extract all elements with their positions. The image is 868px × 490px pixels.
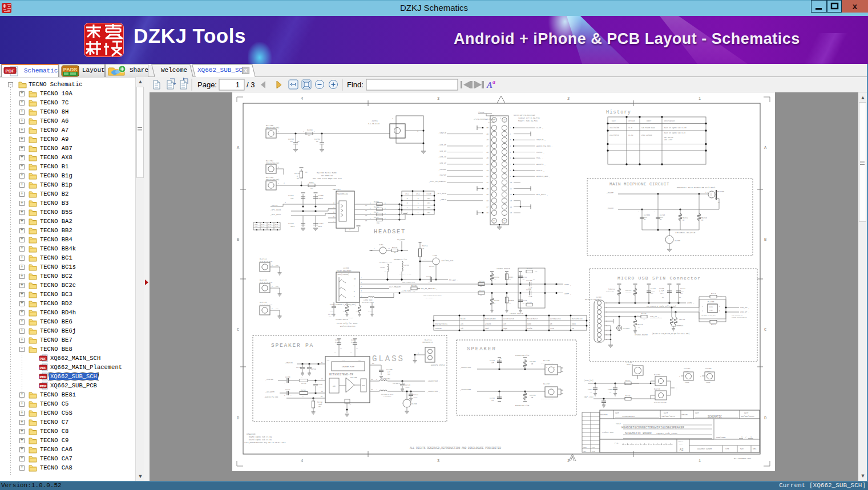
- svg-text:B: B: [764, 237, 766, 242]
- svg-text:(R1430 on USB_DP+USB_DM 3pF fo: (R1430 on USB_DP+USB_DM 3pF for USB 2.0H…: [652, 333, 690, 335]
- svg-text:3: 3: [437, 96, 439, 101]
- svg-text:Base on XQ662 SUB V1.0: Base on XQ662 SUB V1.0: [664, 132, 685, 134]
- svg-text:26: 26: [486, 151, 488, 153]
- svg-text:SEAL1.5: SEAL1.5: [627, 364, 633, 366]
- svg-text:B40B: B40B: [275, 226, 278, 228]
- svg-text:90ohm Differential: 90ohm Differential: [732, 317, 748, 318]
- svg-text:C1730&C1729: C1730&C1729: [550, 318, 561, 320]
- svg-text:GPM: GPM: [276, 265, 278, 266]
- svg-text:0R3H: 0R3H: [255, 224, 258, 225]
- svg-text:Version: Version: [628, 120, 635, 122]
- svg-text:STATE: STATE: [426, 193, 431, 195]
- svg-text:NM: NM: [683, 220, 685, 221]
- svg-text:R1705: R1705: [374, 201, 379, 203]
- svg-text:SPEAKER PA: SPEAKER PA: [271, 342, 314, 349]
- svg-text:29: 29: [486, 133, 488, 135]
- svg-text:USB_DM ,: USB_DM ,: [740, 306, 749, 309]
- svg-text:,VBAT2B: ,VBAT2B: [439, 132, 446, 134]
- svg-text:Description: Description: [664, 120, 675, 122]
- svg-text:C1717: C1717: [680, 288, 685, 290]
- svg-text:CR1704: CR1704: [494, 277, 499, 278]
- svg-text:TP1703: TP1703: [705, 367, 712, 370]
- svg-text:NM: NM: [365, 215, 368, 217]
- svg-text:CR1713: CR1713: [625, 290, 631, 291]
- svg-text:0R: 0R: [480, 295, 482, 297]
- svg-text:R1726/R1727: R1726/R1727: [527, 318, 538, 320]
- svg-text:J1701: J1701: [372, 120, 378, 122]
- svg-text:,AVLADTH: ,AVLADTH: [265, 391, 274, 393]
- svg-text:CHECKED: CHECKED: [681, 414, 688, 416]
- svg-text:22uF: 22uF: [550, 328, 554, 330]
- svg-text:x: x: [853, 1, 858, 11]
- svg-text:Page:: Page:: [197, 80, 217, 89]
- svg-text:,USB_DP: ,USB_DP: [439, 144, 446, 146]
- svg-text:NAME: NAME: [695, 412, 699, 414]
- svg-text:007: 007: [310, 188, 313, 189]
- svg-text:R1716: R1716: [625, 395, 631, 397]
- svg-text:Product Name: Product Name: [602, 431, 613, 434]
- svg-text:C1725B: C1725B: [526, 280, 532, 282]
- svg-text:BL1702: BL1702: [266, 160, 273, 162]
- svg-text:4: 4: [301, 459, 303, 463]
- svg-text:Power: MVB 3A-PIN: Power: MVB 3A-PIN: [518, 120, 538, 122]
- svg-text:/VCHG: /VCHG: [478, 111, 484, 114]
- svg-text:2AV/50A_AUD: 2AV/50A_AUD: [441, 260, 453, 262]
- svg-text:24: 24: [486, 163, 488, 165]
- svg-text:A2: A2: [321, 391, 324, 392]
- svg-text:Fm 00%:1.5 ohm: Fm 00%:1.5 ohm: [399, 273, 411, 275]
- svg-text:B10F: B10F: [261, 224, 265, 225]
- svg-text:Notes:WP2TD-5xxxVA3: Notes:WP2TD-5xxxVA3: [514, 114, 535, 116]
- svg-text:HEADSET: HEADSET: [374, 228, 406, 235]
- svg-text:C1723: C1723: [405, 384, 410, 386]
- svg-text:R1720: R1720: [527, 302, 532, 303]
- svg-text:SPEAKER: SPEAKER: [467, 346, 496, 352]
- svg-text:History: History: [606, 110, 631, 115]
- svg-text:AU_REFN: AU_REFN: [397, 238, 405, 241]
- svg-text:21: 21: [486, 181, 488, 184]
- svg-text:Signal C/T:0.3A-PIN: Signal C/T:0.3A-PIN: [518, 117, 540, 119]
- svg-text:Authentication: Authentication: [340, 325, 356, 327]
- svg-text:VDDP: VDDP: [326, 359, 330, 361]
- svg-text:A: A: [486, 80, 492, 90]
- svg-text:CR1718: CR1718: [637, 324, 643, 326]
- svg-text:R1718: R1718: [392, 247, 397, 249]
- svg-text:LESOBOS.BOAT5G: LESOBOS.BOAT5G: [635, 334, 648, 336]
- svg-text:,MICNBF: ,MICNBF: [439, 168, 446, 171]
- svg-text:Z1700: Z1700: [411, 403, 417, 405]
- svg-text:CR1705: CR1705: [530, 361, 536, 363]
- svg-text:SUB MIANG OUAN: SUB MIANG OUAN: [641, 127, 655, 129]
- svg-text:MH4B-BL(0B-E0B): MH4B-BL(0B-E0B): [266, 179, 280, 181]
- svg-text:19/05/2022: 19/05/2022: [661, 415, 676, 418]
- svg-text:C1700: C1700: [285, 376, 290, 378]
- svg-text:PWM: PWM: [362, 385, 365, 387]
- svg-text:19: 19: [486, 193, 488, 196]
- svg-text:1: 1: [278, 131, 279, 133]
- svg-text:100PF: 100PF: [405, 387, 410, 388]
- svg-text:RC-A0932 1: RC-A0932 1: [426, 297, 435, 299]
- svg-text:1: 1: [699, 96, 701, 101]
- svg-text:NR: NR: [550, 323, 552, 325]
- svg-text:1uF: 1uF: [590, 391, 592, 393]
- svg-text:NR: NR: [572, 328, 574, 330]
- svg-text:PROBE: PROBE: [706, 382, 710, 383]
- svg-text:/: /: [745, 436, 746, 439]
- svg-text:C1714 Only for EMMC: C1714 Only for EMMC: [337, 322, 357, 325]
- svg-text:C505MUC: C505MUC: [676, 325, 683, 327]
- svg-text:30PF: 30PF: [318, 226, 322, 228]
- svg-text:470: 470: [508, 279, 511, 281]
- svg-text:NM: NM: [365, 210, 368, 212]
- svg-text:D4: D4: [371, 379, 373, 380]
- svg-text:9: 9: [510, 175, 511, 177]
- svg-text:100k: 100k: [318, 403, 322, 406]
- svg-text:5: 5: [510, 151, 511, 153]
- svg-text:20: 20: [486, 188, 488, 190]
- svg-text:PDF: PDF: [40, 366, 47, 370]
- svg-text:27: 27: [486, 145, 488, 147]
- svg-text:TP1702: TP1702: [684, 367, 691, 370]
- svg-text:AGC: AGC: [333, 386, 336, 387]
- svg-text:board xq662 sub v1.0a: board xq662 sub v1.0a: [249, 439, 272, 441]
- svg-text:MODIFIED: MODIFIED: [600, 414, 608, 416]
- svg-text:J1703: J1703: [596, 296, 601, 298]
- svg-text:HA1700 R1702 R200: HA1700 R1702 R200: [317, 172, 337, 174]
- svg-text:BCT89317EWD-TR: BCT89317EWD-TR: [329, 373, 353, 376]
